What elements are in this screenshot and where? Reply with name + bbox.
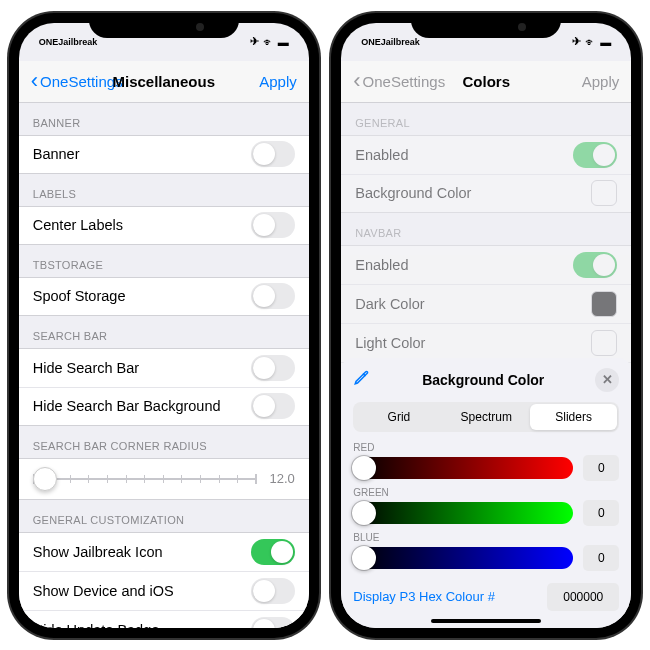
close-button[interactable]: ✕ (595, 368, 619, 392)
row-label: Background Color (355, 185, 471, 201)
section-header-tbstorage: TBSTORAGE (19, 245, 309, 277)
section-header-general: GENERAL (341, 103, 631, 135)
slider-red-value[interactable]: 0 (583, 455, 619, 481)
toggle-center-labels[interactable] (251, 212, 295, 238)
blue-label: BLUE (353, 532, 619, 543)
toggle-hide-searchbar-bg[interactable] (251, 393, 295, 419)
slider-green[interactable]: 0 (353, 500, 619, 526)
row-hide-update-badge[interactable]: Hide Update Badge (19, 610, 309, 628)
tab-spectrum[interactable]: Spectrum (443, 404, 530, 430)
row-dark-color[interactable]: Dark Color (341, 284, 631, 323)
screen-right: ONEJailbreak ✈ ᯤ ▬ ‹ OneSettings Colors … (341, 23, 631, 628)
toggle-hide-update-badge[interactable] (251, 617, 295, 628)
back-label: OneSettings (40, 73, 123, 90)
row-hide-searchbar-bg[interactable]: Hide Search Bar Background (19, 387, 309, 426)
hex-label: Display P3 Hex Colour # (353, 589, 495, 604)
wifi-icon: ᯤ (585, 36, 596, 48)
page-title: Colors (462, 73, 510, 90)
wifi-icon: ᯤ (263, 36, 274, 48)
row-background-color[interactable]: Background Color (341, 174, 631, 213)
home-indicator[interactable] (431, 619, 541, 623)
slider-corner-radius[interactable]: 12.0 (19, 458, 309, 500)
back-label: OneSettings (363, 73, 446, 90)
section-header-navbar: NAVBAR (341, 213, 631, 245)
back-button[interactable]: ‹ OneSettings (353, 68, 445, 94)
row-banner[interactable]: Banner (19, 135, 309, 174)
apply-button[interactable]: Apply (259, 73, 297, 90)
row-show-device-ios[interactable]: Show Device and iOS (19, 571, 309, 610)
picker-title: Background Color (422, 372, 544, 388)
toggle-show-jailbreak-icon[interactable] (251, 539, 295, 565)
slider-green-thumb[interactable] (352, 501, 376, 525)
row-label: Banner (33, 146, 80, 162)
slider-value: 12.0 (267, 471, 295, 486)
tab-sliders[interactable]: Sliders (530, 404, 617, 430)
toggle-navbar-enabled[interactable] (573, 252, 617, 278)
notch (411, 13, 561, 38)
slider-thumb[interactable] (33, 467, 57, 491)
row-spoof-storage[interactable]: Spoof Storage (19, 277, 309, 316)
phone-right: ONEJailbreak ✈ ᯤ ▬ ‹ OneSettings Colors … (331, 13, 641, 638)
row-label: Light Color (355, 335, 425, 351)
row-label: Center Labels (33, 217, 123, 233)
section-header-labels: LABELS (19, 174, 309, 206)
row-label: Enabled (355, 257, 408, 273)
slider-blue-thumb[interactable] (352, 546, 376, 570)
row-label: Show Jailbreak Icon (33, 544, 163, 560)
red-label: RED (353, 442, 619, 453)
carrier-label: ONEJailbreak (39, 37, 98, 47)
airplane-icon: ✈ (250, 35, 259, 48)
row-center-labels[interactable]: Center Labels (19, 206, 309, 245)
toggle-general-enabled[interactable] (573, 142, 617, 168)
green-label: GREEN (353, 487, 619, 498)
row-label: Hide Update Badge (33, 622, 160, 628)
color-picker-panel: Background Color ✕ Grid Spectrum Sliders… (341, 358, 631, 628)
chevron-left-icon: ‹ (31, 68, 38, 94)
section-header-general: GENERAL CUSTOMIZATION (19, 500, 309, 532)
page-title: Miscellaneous (112, 73, 215, 90)
toggle-show-device-ios[interactable] (251, 578, 295, 604)
row-general-enabled[interactable]: Enabled (341, 135, 631, 174)
row-label: Hide Search Bar Background (33, 398, 221, 414)
picker-tabs: Grid Spectrum Sliders (353, 402, 619, 432)
battery-icon: ▬ (278, 36, 289, 48)
slider-blue[interactable]: 0 (353, 545, 619, 571)
content-left[interactable]: BANNER Banner LABELS Center Labels TBSTO… (19, 103, 309, 628)
chevron-left-icon: ‹ (353, 68, 360, 94)
slider-green-value[interactable]: 0 (583, 500, 619, 526)
row-label: Dark Color (355, 296, 424, 312)
row-label: Show Device and iOS (33, 583, 174, 599)
apply-button[interactable]: Apply (582, 73, 620, 90)
slider-red[interactable]: 0 (353, 455, 619, 481)
back-button[interactable]: ‹ OneSettings (31, 68, 123, 94)
color-well-light[interactable] (591, 330, 617, 356)
tab-grid[interactable]: Grid (355, 404, 442, 430)
color-well-background[interactable] (591, 180, 617, 206)
carrier-label: ONEJailbreak (361, 37, 420, 47)
row-label: Enabled (355, 147, 408, 163)
nav-bar: ‹ OneSettings Miscellaneous Apply (19, 61, 309, 103)
row-label: Spoof Storage (33, 288, 126, 304)
slider-red-thumb[interactable] (352, 456, 376, 480)
row-light-color[interactable]: Light Color (341, 323, 631, 362)
color-well-dark[interactable] (591, 291, 617, 317)
section-header-banner: BANNER (19, 103, 309, 135)
screen-left: ONEJailbreak ✈ ᯤ ▬ ‹ OneSettings Miscell… (19, 23, 309, 628)
phone-left: ONEJailbreak ✈ ᯤ ▬ ‹ OneSettings Miscell… (9, 13, 319, 638)
row-hide-searchbar[interactable]: Hide Search Bar (19, 348, 309, 387)
airplane-icon: ✈ (572, 35, 581, 48)
slider-blue-value[interactable]: 0 (583, 545, 619, 571)
row-show-jailbreak-icon[interactable]: Show Jailbreak Icon (19, 532, 309, 571)
row-navbar-enabled[interactable]: Enabled (341, 245, 631, 284)
close-icon: ✕ (602, 372, 613, 387)
section-header-searchbar: SEARCH BAR (19, 316, 309, 348)
notch (89, 13, 239, 38)
toggle-spoof-storage[interactable] (251, 283, 295, 309)
battery-icon: ▬ (600, 36, 611, 48)
toggle-banner[interactable] (251, 141, 295, 167)
toggle-hide-searchbar[interactable] (251, 355, 295, 381)
section-header-radius: SEARCH BAR CORNER RADIUS (19, 426, 309, 458)
hex-input[interactable]: 000000 (547, 583, 619, 611)
eyedropper-icon[interactable] (353, 368, 371, 391)
nav-bar: ‹ OneSettings Colors Apply (341, 61, 631, 103)
